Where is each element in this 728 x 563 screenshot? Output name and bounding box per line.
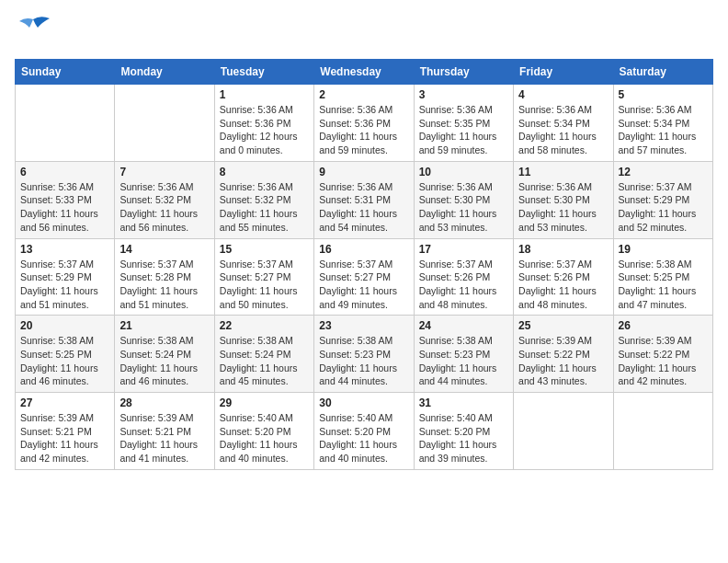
day-number: 16 bbox=[319, 243, 408, 256]
sunset-text: Sunset: 5:20 PM bbox=[319, 425, 408, 439]
daylight-text: Daylight: 11 hours and 46 minutes. bbox=[119, 362, 209, 388]
daylight-text: Daylight: 11 hours and 49 minutes. bbox=[319, 284, 408, 311]
daylight-text: Daylight: 11 hours and 46 minutes. bbox=[20, 362, 109, 388]
calendar-cell: 17Sunrise: 5:37 AMSunset: 5:26 PMDayligh… bbox=[414, 238, 513, 316]
day-number: 22 bbox=[220, 319, 309, 332]
day-number: 10 bbox=[419, 166, 508, 178]
logo bbox=[15, 15, 55, 48]
day-info: Sunrise: 5:36 AMSunset: 5:36 PMDaylight:… bbox=[319, 103, 408, 157]
day-info: Sunrise: 5:40 AMSunset: 5:20 PMDaylight:… bbox=[419, 411, 508, 465]
sunset-text: Sunset: 5:25 PM bbox=[619, 270, 708, 284]
day-number: 7 bbox=[119, 166, 209, 178]
sunrise-text: Sunrise: 5:36 AM bbox=[619, 103, 708, 117]
day-number: 21 bbox=[119, 319, 209, 332]
sunrise-text: Sunrise: 5:37 AM bbox=[419, 258, 508, 271]
day-number: 23 bbox=[319, 319, 408, 332]
calendar-cell: 10Sunrise: 5:36 AMSunset: 5:30 PMDayligh… bbox=[414, 161, 513, 238]
sunrise-text: Sunrise: 5:39 AM bbox=[619, 334, 708, 348]
header-day-friday: Friday bbox=[514, 60, 613, 85]
day-number: 30 bbox=[319, 396, 408, 409]
sunrise-text: Sunrise: 5:37 AM bbox=[119, 258, 209, 271]
daylight-text: Daylight: 11 hours and 59 minutes. bbox=[419, 130, 508, 156]
daylight-text: Daylight: 11 hours and 42 minutes. bbox=[619, 362, 708, 388]
calendar-cell: 14Sunrise: 5:37 AMSunset: 5:28 PMDayligh… bbox=[115, 238, 214, 316]
calendar-cell: 5Sunrise: 5:36 AMSunset: 5:34 PMDaylight… bbox=[613, 85, 712, 162]
day-number: 13 bbox=[20, 243, 109, 256]
sunset-text: Sunset: 5:25 PM bbox=[20, 348, 109, 362]
sunset-text: Sunset: 5:26 PM bbox=[419, 270, 508, 284]
calendar-cell: 30Sunrise: 5:40 AMSunset: 5:20 PMDayligh… bbox=[314, 393, 414, 470]
calendar-cell: 2Sunrise: 5:36 AMSunset: 5:36 PMDaylight… bbox=[314, 85, 414, 162]
day-info: Sunrise: 5:36 AMSunset: 5:32 PMDaylight:… bbox=[220, 180, 309, 235]
sunrise-text: Sunrise: 5:38 AM bbox=[220, 334, 309, 348]
sunset-text: Sunset: 5:22 PM bbox=[619, 348, 708, 362]
sunrise-text: Sunrise: 5:36 AM bbox=[419, 103, 508, 117]
sunset-text: Sunset: 5:21 PM bbox=[20, 425, 109, 439]
sunrise-text: Sunrise: 5:36 AM bbox=[119, 180, 209, 194]
day-info: Sunrise: 5:37 AMSunset: 5:26 PMDaylight:… bbox=[419, 258, 508, 312]
calendar-cell: 7Sunrise: 5:36 AMSunset: 5:32 PMDaylight… bbox=[115, 161, 214, 238]
day-info: Sunrise: 5:37 AMSunset: 5:27 PMDaylight:… bbox=[319, 258, 408, 312]
day-number: 4 bbox=[518, 88, 608, 101]
sunrise-text: Sunrise: 5:40 AM bbox=[220, 411, 309, 425]
header-day-monday: Monday bbox=[115, 60, 214, 85]
calendar-cell: 12Sunrise: 5:37 AMSunset: 5:29 PMDayligh… bbox=[613, 161, 712, 238]
sunrise-text: Sunrise: 5:36 AM bbox=[20, 180, 109, 194]
sunrise-text: Sunrise: 5:38 AM bbox=[319, 334, 408, 348]
calendar-cell: 13Sunrise: 5:37 AMSunset: 5:29 PMDayligh… bbox=[16, 238, 115, 316]
day-number: 29 bbox=[220, 396, 309, 409]
calendar-cell: 28Sunrise: 5:39 AMSunset: 5:21 PMDayligh… bbox=[115, 393, 214, 470]
sunset-text: Sunset: 5:27 PM bbox=[319, 270, 408, 284]
sunset-text: Sunset: 5:30 PM bbox=[419, 193, 508, 207]
day-info: Sunrise: 5:39 AMSunset: 5:21 PMDaylight:… bbox=[119, 411, 209, 465]
sunrise-text: Sunrise: 5:40 AM bbox=[319, 411, 408, 425]
calendar-cell: 29Sunrise: 5:40 AMSunset: 5:20 PMDayligh… bbox=[214, 393, 313, 470]
calendar-cell: 3Sunrise: 5:36 AMSunset: 5:35 PMDaylight… bbox=[414, 85, 513, 162]
calendar-cell: 9Sunrise: 5:36 AMSunset: 5:31 PMDaylight… bbox=[314, 161, 414, 238]
daylight-text: Daylight: 11 hours and 44 minutes. bbox=[319, 362, 408, 388]
sunrise-text: Sunrise: 5:36 AM bbox=[518, 180, 608, 194]
calendar-cell bbox=[16, 85, 115, 162]
sunset-text: Sunset: 5:24 PM bbox=[119, 348, 209, 362]
sunrise-text: Sunrise: 5:37 AM bbox=[20, 258, 109, 271]
calendar-cell: 15Sunrise: 5:37 AMSunset: 5:27 PMDayligh… bbox=[214, 238, 313, 316]
day-number: 25 bbox=[518, 319, 608, 332]
day-info: Sunrise: 5:36 AMSunset: 5:30 PMDaylight:… bbox=[518, 180, 608, 235]
daylight-text: Daylight: 11 hours and 53 minutes. bbox=[419, 207, 508, 234]
header-day-saturday: Saturday bbox=[613, 60, 712, 85]
day-info: Sunrise: 5:36 AMSunset: 5:35 PMDaylight:… bbox=[419, 103, 508, 157]
day-number: 24 bbox=[419, 319, 508, 332]
day-number: 26 bbox=[619, 319, 708, 332]
day-number: 11 bbox=[518, 166, 608, 178]
page-header bbox=[15, 15, 713, 48]
sunrise-text: Sunrise: 5:36 AM bbox=[319, 103, 408, 117]
day-number: 1 bbox=[220, 88, 309, 101]
sunset-text: Sunset: 5:26 PM bbox=[518, 270, 608, 284]
day-info: Sunrise: 5:36 AMSunset: 5:34 PMDaylight:… bbox=[518, 103, 608, 157]
calendar-cell: 6Sunrise: 5:36 AMSunset: 5:33 PMDaylight… bbox=[16, 161, 115, 238]
daylight-text: Daylight: 11 hours and 45 minutes. bbox=[220, 362, 309, 388]
day-info: Sunrise: 5:37 AMSunset: 5:28 PMDaylight:… bbox=[119, 258, 209, 312]
day-info: Sunrise: 5:37 AMSunset: 5:27 PMDaylight:… bbox=[220, 258, 309, 312]
sunset-text: Sunset: 5:22 PM bbox=[518, 348, 608, 362]
calendar-cell: 1Sunrise: 5:36 AMSunset: 5:36 PMDaylight… bbox=[214, 85, 313, 162]
day-info: Sunrise: 5:39 AMSunset: 5:21 PMDaylight:… bbox=[20, 411, 109, 465]
daylight-text: Daylight: 11 hours and 42 minutes. bbox=[20, 438, 109, 465]
sunrise-text: Sunrise: 5:39 AM bbox=[20, 411, 109, 425]
calendar-cell: 27Sunrise: 5:39 AMSunset: 5:21 PMDayligh… bbox=[16, 393, 115, 470]
day-info: Sunrise: 5:40 AMSunset: 5:20 PMDaylight:… bbox=[319, 411, 408, 465]
day-number: 6 bbox=[20, 166, 109, 178]
calendar-cell bbox=[115, 85, 214, 162]
sunrise-text: Sunrise: 5:37 AM bbox=[319, 258, 408, 271]
day-info: Sunrise: 5:36 AMSunset: 5:32 PMDaylight:… bbox=[119, 180, 209, 235]
sunset-text: Sunset: 5:30 PM bbox=[518, 193, 608, 207]
daylight-text: Daylight: 11 hours and 48 minutes. bbox=[518, 284, 608, 311]
logo-bird-icon bbox=[15, 15, 51, 48]
calendar-cell: 4Sunrise: 5:36 AMSunset: 5:34 PMDaylight… bbox=[514, 85, 613, 162]
header-day-wednesday: Wednesday bbox=[314, 60, 414, 85]
day-number: 2 bbox=[319, 88, 408, 101]
sunrise-text: Sunrise: 5:37 AM bbox=[619, 180, 708, 194]
calendar-cell: 11Sunrise: 5:36 AMSunset: 5:30 PMDayligh… bbox=[514, 161, 613, 238]
sunset-text: Sunset: 5:32 PM bbox=[119, 193, 209, 207]
day-number: 19 bbox=[619, 243, 708, 256]
